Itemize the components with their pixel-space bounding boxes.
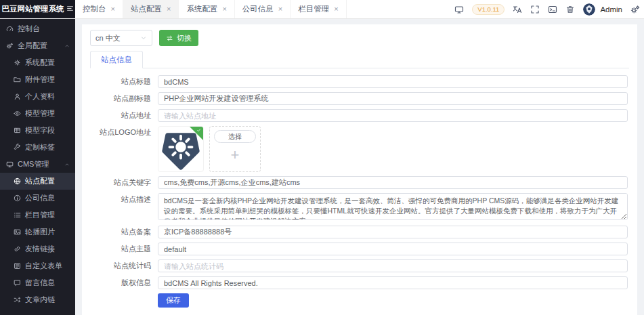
header-tab-3[interactable]: 公司信息× xyxy=(235,0,291,18)
switch-button-label: 切换 xyxy=(177,33,192,43)
form-row-site-description: 站点描述bdCMS是一套全新内核PHP企业网站开发建设管理系统，是一套高效、简洁… xyxy=(90,193,629,222)
sidebar-item-label: 公司信息 xyxy=(25,193,55,203)
sidebar-item-9[interactable]: 站点配置 xyxy=(0,173,75,190)
sidebar-item-4[interactable]: 个人资料 xyxy=(0,88,75,105)
site-description-textarea[interactable]: bdCMS是一套全新内核PHP企业网站开发建设管理系统，是一套高效、简洁、强悍的… xyxy=(158,193,628,220)
user-avatar[interactable] xyxy=(583,3,595,16)
gear-icon xyxy=(14,59,21,66)
header-tab-2[interactable]: 系统配置× xyxy=(179,0,234,18)
sidebar-item-14[interactable]: 自定义表单 xyxy=(0,257,75,274)
content-card: cn 中文 切换 站点信息 站点标题站点副标题站点地址站点LOGO地址选择+站点… xyxy=(82,24,637,315)
sidebar-item-2[interactable]: 系统配置 xyxy=(0,54,75,71)
sidebar-item-label: 轮播图片 xyxy=(25,227,55,237)
sidebar-item-6[interactable]: 模型字段 xyxy=(0,122,75,139)
sidebar-item-1[interactable]: 全局配置 xyxy=(0,37,75,54)
sidebar-item-label: 附件管理 xyxy=(25,75,55,85)
check-icon xyxy=(196,127,202,133)
sidebar-collapse-icon[interactable] xyxy=(66,5,74,14)
sidebar-item-12[interactable]: 轮播图片 xyxy=(0,224,75,240)
site-subtitle-input[interactable] xyxy=(158,92,628,105)
logo-select-button[interactable]: 选择 xyxy=(214,130,256,143)
chevron-down-icon xyxy=(140,35,147,41)
form-row-site-logo: 站点LOGO地址选择+ xyxy=(90,126,629,172)
field-label: 站点副标题 xyxy=(90,92,158,105)
sidebar-item-10[interactable]: 公司信息 xyxy=(0,190,75,207)
app-logo: 巴豆网站管理系统 xyxy=(0,0,75,18)
sidebar-item-label: 站点配置 xyxy=(25,176,55,186)
field-label: 站点描述 xyxy=(90,193,158,206)
translate-icon[interactable] xyxy=(513,5,522,14)
comment-icon xyxy=(14,279,21,287)
list-icon xyxy=(14,211,21,219)
field-label: 站点主题 xyxy=(90,243,158,255)
sidebar-item-13[interactable]: 友情链接 xyxy=(0,240,75,257)
field-control: bdCMS是一套全新内核PHP企业网站开发建设管理系统，是一套高效、简洁、强悍的… xyxy=(158,193,628,222)
site-stats-code-input[interactable] xyxy=(158,259,628,272)
sidebar-item-11[interactable]: 栏目管理 xyxy=(0,207,75,224)
field-label: 版权信息 xyxy=(90,276,158,289)
form-icon xyxy=(14,262,21,270)
sidebar-item-16[interactable]: 文章内链 xyxy=(0,291,75,308)
tab-site-info[interactable]: 站点信息 xyxy=(90,51,143,68)
sidebar-item-3[interactable]: 附件管理 xyxy=(0,71,75,88)
fullscreen-icon[interactable] xyxy=(530,5,540,14)
trash-icon[interactable] xyxy=(565,5,575,14)
form-row-site-icp: 站点备案 xyxy=(90,226,629,238)
sidebar-item-5[interactable]: 模型管理 xyxy=(0,105,75,122)
tab-site-info-label: 站点信息 xyxy=(101,56,132,64)
shuffle-icon xyxy=(14,296,21,303)
header-tab-1[interactable]: 站点配置× xyxy=(123,0,179,18)
settings-gears-icon[interactable] xyxy=(630,5,640,14)
switch-language-button[interactable]: 切换 xyxy=(159,30,198,46)
sidebar-item-15[interactable]: 留言信息 xyxy=(0,274,75,291)
close-icon[interactable]: × xyxy=(222,5,226,13)
header-tab-4[interactable]: 栏目管理× xyxy=(291,0,346,18)
username[interactable]: Admin xyxy=(600,5,622,14)
folder-icon xyxy=(14,76,21,83)
terminal-icon[interactable] xyxy=(548,5,557,14)
sidebar-nav: 控制台全局配置系统配置附件管理个人资料模型管理模型字段定制标签CMS管理站点配置… xyxy=(0,19,75,315)
save-button[interactable]: 保存 xyxy=(158,293,189,308)
sidebar-item-0[interactable]: 控制台 xyxy=(0,20,75,37)
site-keywords-input[interactable] xyxy=(158,176,628,189)
form-row-site-subtitle: 站点副标题 xyxy=(90,92,629,105)
header-tabs: 控制台×站点配置×系统配置×公司信息×栏目管理× xyxy=(75,0,448,18)
site-logo-preview[interactable] xyxy=(158,126,204,172)
language-select[interactable]: cn 中文 xyxy=(90,30,152,46)
form-row-copyright: 版权信息 xyxy=(90,276,629,289)
header-tab-0[interactable]: 控制台× xyxy=(75,0,123,18)
logo-upload-box[interactable]: 选择+ xyxy=(209,126,261,172)
field-control xyxy=(158,226,628,238)
version-badge: V1.0.11 xyxy=(472,4,505,15)
close-icon[interactable]: × xyxy=(167,5,171,13)
chevron-up-icon xyxy=(64,162,70,167)
monitor-icon xyxy=(6,161,14,168)
sidebar-item-label: 留言信息 xyxy=(25,278,55,288)
top-header: 巴豆网站管理系统 控制台×站点配置×系统配置×公司信息×栏目管理× V1.0.1… xyxy=(0,0,644,19)
sidebar-item-label: 个人资料 xyxy=(25,91,55,102)
cogs-icon xyxy=(6,42,14,49)
site-icp-input[interactable] xyxy=(158,226,628,238)
copyright-input[interactable] xyxy=(158,276,628,289)
field-control xyxy=(158,92,628,105)
field-control xyxy=(158,176,628,189)
sidebar-item-8[interactable]: CMS管理 xyxy=(0,156,75,173)
site-theme-input[interactable] xyxy=(158,243,628,255)
close-icon[interactable]: × xyxy=(278,5,282,13)
language-row: cn 中文 切换 xyxy=(90,30,629,46)
site-title-input[interactable] xyxy=(158,75,628,88)
sidebar-item-7[interactable]: 定制标签 xyxy=(0,139,75,156)
sidebar-item-label: 文章内链 xyxy=(25,295,55,305)
monitor-icon[interactable] xyxy=(454,5,464,14)
close-icon[interactable]: × xyxy=(334,5,338,13)
user-icon xyxy=(14,93,21,100)
site-url-input[interactable] xyxy=(158,109,628,122)
dashboard-icon xyxy=(6,25,14,33)
close-icon[interactable]: × xyxy=(111,5,115,13)
field-control xyxy=(158,259,628,272)
field-control xyxy=(158,109,628,122)
sidebar-item-label: 模型管理 xyxy=(25,108,55,119)
sidebar-item-label: 友情链接 xyxy=(25,244,55,254)
globe-icon xyxy=(14,177,21,185)
field-label: 站点关键字 xyxy=(90,176,158,189)
